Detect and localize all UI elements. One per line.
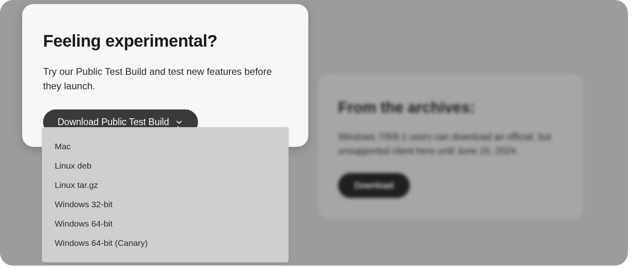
dropdown-item-mac[interactable]: Mac xyxy=(42,137,289,156)
experimental-body: Try our Public Test Build and test new f… xyxy=(43,64,277,93)
download-ptb-dropdown: Mac Linux deb Linux tar.gz Windows 32-bi… xyxy=(42,127,289,262)
archives-download-label: Download xyxy=(354,180,394,191)
experimental-heading: Feeling experimental? xyxy=(43,31,287,51)
archives-heading: From the archives: xyxy=(338,99,564,116)
dropdown-item-linux-targz[interactable]: Linux tar.gz xyxy=(42,175,289,195)
dropdown-item-linux-deb[interactable]: Linux deb xyxy=(42,156,289,175)
experimental-card: Feeling experimental? Try our Public Tes… xyxy=(22,4,308,147)
dropdown-item-windows-64[interactable]: Windows 64-bit xyxy=(42,214,289,233)
archives-card: From the archives: Windows 7/8/8.1 users… xyxy=(318,74,584,219)
dropdown-item-windows-64-canary[interactable]: Windows 64-bit (Canary) xyxy=(42,233,289,253)
download-ptb-label: Download Public Test Build xyxy=(58,117,169,128)
archives-body: Windows 7/8/8.1 users can download an of… xyxy=(338,130,564,158)
dropdown-item-windows-32[interactable]: Windows 32-bit xyxy=(42,195,289,214)
chevron-down-icon xyxy=(175,118,184,127)
page-background: From the archives: Windows 7/8/8.1 users… xyxy=(0,0,628,266)
archives-download-button[interactable]: Download xyxy=(338,173,410,198)
